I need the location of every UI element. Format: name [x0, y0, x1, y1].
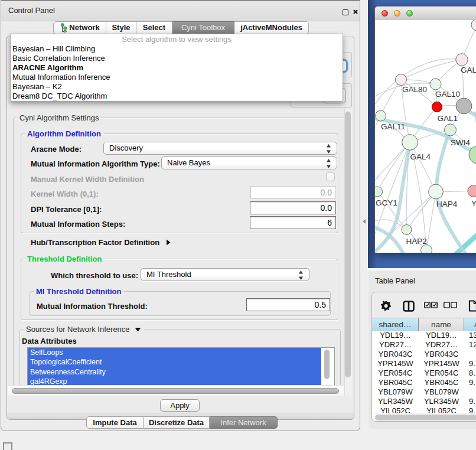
- network-node[interactable]: [432, 102, 442, 112]
- network-node-label: GAL10: [435, 90, 460, 99]
- network-node[interactable]: [376, 110, 386, 121]
- mi-type-combobox[interactable]: Naive Bayes: [161, 156, 337, 169]
- sources-title[interactable]: Sources for Network Inference: [24, 325, 144, 334]
- tab-impute-data[interactable]: Impute Data: [86, 416, 144, 429]
- network-edge[interactable]: [426, 191, 436, 250]
- mi-type-label: Mutual Information Algorithm Type:: [31, 159, 160, 168]
- column-header-shared[interactable]: shared…: [372, 318, 419, 331]
- apply-button[interactable]: Apply: [160, 399, 200, 412]
- data-attributes-list[interactable]: SelfLoops TopologicalCoefficient Between…: [27, 347, 335, 385]
- combo-arrows-icon: [326, 158, 331, 169]
- network-node[interactable]: [456, 54, 468, 66]
- table-cell: YBL079W: [419, 387, 464, 397]
- network-node[interactable]: [429, 184, 444, 199]
- algorithm-option[interactable]: Basic Correlation Inference: [11, 54, 343, 63]
- network-edge[interactable]: [375, 116, 381, 156]
- document-icon[interactable]: [468, 300, 476, 312]
- table-cell: YBR043C: [372, 350, 419, 359]
- algorithm-option[interactable]: ARACNE Algorithm: [11, 63, 343, 73]
- vertical-scrollbar-thumb[interactable]: [345, 112, 351, 377]
- list-item[interactable]: gal4RGexp: [28, 377, 321, 385]
- mi-threshold-label: Mutual Information Threshold:: [37, 302, 148, 311]
- data-attributes-label: Data Attributes: [22, 337, 77, 345]
- table-row[interactable]: YDL19…YDL19…13: [372, 331, 476, 340]
- close-traffic-light[interactable]: [382, 10, 388, 17]
- tab-infer-network[interactable]: Infer Network: [210, 416, 278, 429]
- which-threshold-label: Which threshold to use:: [51, 271, 138, 280]
- control-panel-titlebar[interactable]: Control Panel: [1, 1, 360, 21]
- hub-section-label: Hub/Transcription Factor Definition: [31, 238, 159, 247]
- table-hscrollbar-thumb[interactable]: [375, 415, 476, 420]
- list-item[interactable]: BetweennessCentrality: [28, 367, 321, 377]
- panel-divider-collapse-arrow[interactable]: [363, 219, 366, 224]
- network-window-titlebar[interactable]: [375, 6, 476, 21]
- tab-infer-network-label: Infer Network: [220, 418, 266, 427]
- which-threshold-combobox[interactable]: MI Threshold: [141, 268, 309, 281]
- network-node[interactable]: [456, 98, 472, 114]
- table-cell: 9.: [464, 378, 476, 387]
- network-node[interactable]: [471, 20, 476, 31]
- network-node[interactable]: [402, 225, 412, 235]
- network-edge[interactable]: [401, 60, 462, 80]
- tab-jactivemnodules[interactable]: jActiveMNodules: [234, 21, 309, 34]
- float-window-icon[interactable]: [343, 9, 348, 15]
- minimize-traffic-light[interactable]: [394, 10, 400, 17]
- table-row[interactable]: YPR145WYPR145W9.: [372, 359, 476, 369]
- network-node[interactable]: [396, 74, 407, 86]
- minimized-window-stub[interactable]: [3, 442, 12, 450]
- mi-threshold-definition-title: MI Threshold Definition: [34, 287, 123, 296]
- algorithm-option[interactable]: Bayesian – K2: [11, 82, 343, 92]
- column-header-third[interactable]: A: [464, 318, 476, 331]
- network-node[interactable]: [402, 135, 418, 151]
- manual-kernel-checkbox[interactable]: [326, 172, 335, 181]
- which-threshold-value: MI Threshold: [146, 270, 191, 279]
- algorithm-option[interactable]: Mutual Information Inference: [11, 73, 343, 82]
- unchecked-boxes-icon[interactable]: [444, 302, 457, 308]
- algorithm-option[interactable]: Dream8 DC_TDC Algorithm: [11, 92, 343, 101]
- table-row[interactable]: YBR045CYBR045C9.: [372, 378, 476, 387]
- network-node[interactable]: [430, 79, 441, 90]
- checked-boxes-icon[interactable]: [424, 302, 438, 308]
- tab-style[interactable]: Style: [106, 21, 136, 34]
- gear-icon[interactable]: [381, 301, 392, 311]
- horizontal-scrollbar-thumb[interactable]: [12, 388, 339, 394]
- algorithm-definition-group: Algorithm Definition Aracne Mode: Discov…: [21, 133, 338, 233]
- tab-select[interactable]: Select: [136, 21, 172, 34]
- hub-section-toggle[interactable]: Hub/Transcription Factor Definition: [31, 238, 171, 247]
- network-graph-canvas[interactable]: GALGAL80GAL10GAL1GAL11GAL4SWI4HAP4YGCY1H…: [375, 20, 476, 253]
- aracne-mode-combobox[interactable]: Discovery: [103, 142, 337, 155]
- list-item[interactable]: SelfLoops: [28, 348, 321, 357]
- table-row[interactable]: YDR27…YDR27…12: [372, 340, 476, 350]
- zoom-traffic-light[interactable]: [406, 10, 413, 17]
- mi-steps-field[interactable]: 6: [250, 216, 336, 229]
- network-edge[interactable]: [410, 142, 436, 191]
- table-row[interactable]: YBR043CYBR043C: [372, 350, 476, 359]
- columns-icon[interactable]: [403, 301, 415, 312]
- table-row[interactable]: YBL079WYBL079W: [372, 387, 476, 397]
- network-node[interactable]: [375, 187, 383, 197]
- tab-network[interactable]: Network: [53, 21, 106, 34]
- column-header-name[interactable]: name: [419, 318, 464, 331]
- close-icon[interactable]: [353, 9, 358, 15]
- table-cell: YDR27…: [419, 340, 464, 350]
- tab-discretize-data[interactable]: Discretize Data: [144, 416, 210, 429]
- table-header: shared… name A: [372, 318, 476, 331]
- algorithm-option[interactable]: Bayesian – Hill Climbing: [11, 44, 343, 54]
- network-edge[interactable]: [381, 80, 402, 116]
- list-scrollbar-thumb[interactable]: [324, 350, 330, 379]
- network-node-label: HAP2: [406, 237, 427, 246]
- network-node[interactable]: [468, 185, 476, 197]
- kernel-width-field[interactable]: 0.0: [250, 186, 336, 199]
- table-row[interactable]: YER054CYER054C8.: [372, 369, 476, 378]
- dpi-tolerance-field[interactable]: 0.0: [250, 201, 336, 214]
- list-item[interactable]: TopologicalCoefficient: [28, 357, 321, 367]
- table-cell: [464, 387, 476, 397]
- mi-threshold-field[interactable]: 0.5: [246, 298, 330, 311]
- table-body: YDL19…YDL19…13YDR27…YDR27…12YBR043CYBR04…: [372, 331, 476, 416]
- collapsed-arrow-icon: [166, 239, 171, 246]
- table-hscrollbar-track[interactable]: [373, 413, 476, 422]
- table-row[interactable]: YLR345WYLR345W9.: [372, 397, 476, 406]
- network-node[interactable]: [445, 124, 457, 136]
- tab-cyni-toolbox[interactable]: Cyni Toolbox: [172, 21, 234, 34]
- network-node-label: HAP4: [436, 200, 458, 208]
